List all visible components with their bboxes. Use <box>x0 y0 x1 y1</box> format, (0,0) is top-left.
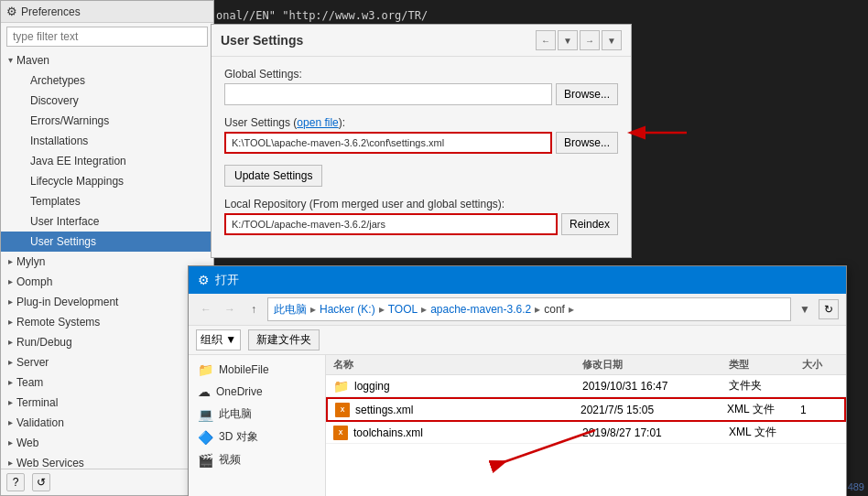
dialog-titlebar: ⚙ 打开 <box>189 266 846 294</box>
3d-icon: 🔷 <box>198 430 213 445</box>
more-button[interactable]: ▼ <box>602 30 622 50</box>
panel-body: Global Settings: Browse... User Settings… <box>212 57 631 257</box>
tree-item-maven[interactable]: Maven <box>1 50 213 70</box>
user-settings-file-label: User Settings (open file): <box>224 116 618 129</box>
user-settings-browse-button[interactable]: Browse... <box>556 132 618 154</box>
global-settings-group: Global Settings: Browse... <box>224 68 618 105</box>
tree-item-mylyn[interactable]: Mylyn <box>1 252 213 272</box>
preferences-icon: ⚙ <box>6 5 17 18</box>
file-item-settings-xml[interactable]: X settings.xml 2021/7/5 15:05 XML 文件 1 <box>326 397 846 422</box>
tree-item-terminal[interactable]: Terminal <box>1 393 213 413</box>
sidebar-onedrive[interactable]: ☁ OneDrive <box>189 381 325 403</box>
org-dropdown[interactable]: 组织 ▼ <box>196 329 241 350</box>
onedrive-icon: ☁ <box>198 384 211 399</box>
video-icon: 🎬 <box>198 453 213 468</box>
global-browse-button[interactable]: Browse... <box>556 83 618 105</box>
file-open-dialog: ⚙ 打开 ← → ↑ 此电脑 ▸ Hacker (K:) ▸ TOOL ▸ ap… <box>188 265 847 496</box>
dialog-icon: ⚙ <box>198 273 210 287</box>
breadcrumb-bar: 此电脑 ▸ Hacker (K:) ▸ TOOL ▸ apache-maven-… <box>267 297 791 321</box>
preferences-window: ⚙ Preferences Maven Archetypes Discovery… <box>0 0 214 496</box>
local-repo-label: Local Repository (From merged user and g… <box>224 198 618 210</box>
nav-dropdown-btn[interactable]: ▼ <box>795 299 815 319</box>
breadcrumb-conf: conf <box>544 303 565 316</box>
preferences-title: Preferences <box>21 5 81 18</box>
file-icon-toolchains: X toolchains.xml <box>333 426 582 440</box>
folder-icon: 📁 <box>333 379 349 394</box>
tree-item-server[interactable]: Server <box>1 352 213 372</box>
tree-item-webservices[interactable]: Web Services <box>1 453 213 469</box>
dialog-body: 📁 MobileFile ☁ OneDrive 💻 此电脑 🔷 3D 对象 🎬 … <box>189 355 846 496</box>
breadcrumb-tool[interactable]: TOOL <box>388 303 418 316</box>
sidebar-videos[interactable]: 🎬 视频 <box>189 448 325 471</box>
tree-child-lifecycle[interactable]: Lifecycle Mappings <box>1 171 213 191</box>
tree-child-javaee[interactable]: Java EE Integration <box>1 151 213 171</box>
local-repo-group: Local Repository (From merged user and g… <box>224 198 618 235</box>
nav-back-btn[interactable]: ← <box>196 299 216 319</box>
file-item-toolchains-xml[interactable]: X toolchains.xml 2019/8/27 17:01 XML 文件 <box>326 422 846 444</box>
tree-child-errors[interactable]: Errors/Warnings <box>1 111 213 131</box>
panel-toolbar: ← ▼ → ▼ <box>536 30 622 50</box>
forward-button[interactable]: → <box>580 30 600 50</box>
preferences-titlebar: ⚙ Preferences <box>1 1 213 23</box>
tree-child-templates[interactable]: Templates <box>1 191 213 211</box>
nav-forward-btn[interactable]: → <box>220 299 240 319</box>
user-settings-file-row: Browse... <box>224 132 618 154</box>
user-settings-file-group: User Settings (open file): Browse... <box>224 116 618 154</box>
code-line-1: onal//EN" "http://www.w3.org/TR/ <box>216 7 861 24</box>
file-list-header: 名称 修改日期 类型 大小 <box>326 355 846 375</box>
user-settings-file-input[interactable] <box>224 132 552 154</box>
thispc-icon: 💻 <box>198 407 213 422</box>
filter-input[interactable] <box>6 27 208 47</box>
panel-header: User Settings ← ▼ → ▼ <box>212 25 631 57</box>
local-repo-row: Reindex <box>224 213 618 235</box>
update-settings-button[interactable]: Update Settings <box>224 165 322 187</box>
mobilefile-icon: 📁 <box>198 362 213 377</box>
tree-child-usersettings[interactable]: User Settings <box>1 232 213 252</box>
sidebar-mobilefile[interactable]: 📁 MobileFile <box>189 359 325 381</box>
xml-icon: X <box>335 403 350 417</box>
dialog-toolbar: 组织 ▼ 新建文件夹 <box>189 326 846 355</box>
tree-item-team[interactable]: Team <box>1 372 213 393</box>
global-settings-row: Browse... <box>224 83 618 105</box>
tree-item-validation[interactable]: Validation <box>1 413 213 433</box>
dialog-file-area: 名称 修改日期 类型 大小 📁 logging 2019/10/31 16:47… <box>326 355 846 496</box>
panel-title: User Settings <box>221 33 303 48</box>
tree-item-rundebug[interactable]: Run/Debug <box>1 332 213 352</box>
reindex-button[interactable]: Reindex <box>561 213 618 235</box>
local-repo-input[interactable] <box>224 213 558 235</box>
help-button[interactable]: ? <box>6 473 25 491</box>
tree-child-installations[interactable]: Installations <box>1 131 213 151</box>
tree-child-ui[interactable]: User Interface <box>1 211 213 232</box>
dropdown-button[interactable]: ▼ <box>558 30 578 50</box>
sidebar-thispc[interactable]: 💻 此电脑 <box>189 403 325 426</box>
open-file-link[interactable]: open file <box>297 116 338 129</box>
breadcrumb-drive[interactable]: Hacker (K:) <box>320 303 375 316</box>
dialog-title-left: ⚙ 打开 <box>198 272 239 288</box>
dialog-title: 打开 <box>215 272 239 288</box>
tree-item-web[interactable]: Web <box>1 433 213 453</box>
file-item-logging[interactable]: 📁 logging 2019/10/31 16:47 文件夹 <box>326 375 846 397</box>
user-settings-panel: User Settings ← ▼ → ▼ Global Settings: B… <box>211 24 632 258</box>
tree-item-remote[interactable]: Remote Systems <box>1 312 213 332</box>
restore-defaults-button[interactable]: ↺ <box>32 473 50 491</box>
file-icon-logging: 📁 logging <box>333 379 582 394</box>
dialog-sidebar: 📁 MobileFile ☁ OneDrive 💻 此电脑 🔷 3D 对象 🎬 … <box>189 355 326 496</box>
sidebar-3dobjects[interactable]: 🔷 3D 对象 <box>189 426 325 448</box>
breadcrumb-maven[interactable]: apache-maven-3.6.2 <box>430 303 531 316</box>
new-folder-btn[interactable]: 新建文件夹 <box>248 329 320 350</box>
xml-icon-2: X <box>333 426 348 440</box>
dialog-nav: ← → ↑ 此电脑 ▸ Hacker (K:) ▸ TOOL ▸ apache-… <box>189 294 846 326</box>
global-settings-input[interactable] <box>224 83 552 105</box>
nav-up-btn[interactable]: ↑ <box>244 299 264 319</box>
file-icon-settings: X settings.xml <box>335 403 580 417</box>
refresh-btn[interactable]: ↻ <box>819 299 839 319</box>
tree-child-discovery[interactable]: Discovery <box>1 91 213 111</box>
global-settings-label: Global Settings: <box>224 68 618 81</box>
tree-item-oomph[interactable]: Oomph <box>1 272 213 292</box>
tree-child-archetypes[interactable]: Archetypes <box>1 70 213 91</box>
back-button[interactable]: ← <box>536 30 556 50</box>
preferences-footer: ? ↺ <box>1 469 213 495</box>
tree-container: Maven Archetypes Discovery Errors/Warnin… <box>1 50 213 469</box>
breadcrumb-pc[interactable]: 此电脑 <box>274 302 307 318</box>
tree-item-plugin-dev[interactable]: Plug-in Development <box>1 292 213 312</box>
